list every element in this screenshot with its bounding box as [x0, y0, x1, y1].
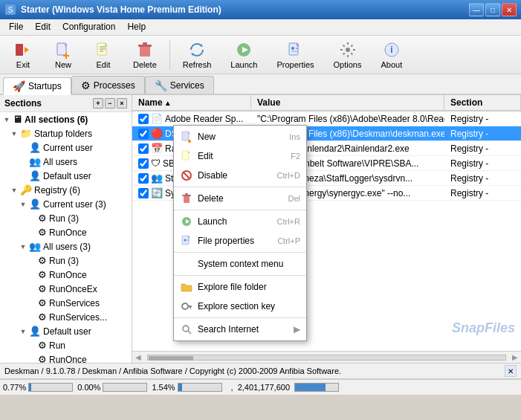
collapse-all-btn[interactable]: − — [105, 98, 115, 109]
sidebar-item-all-sections[interactable]: ▼ 🖥 All sections (6) — [0, 112, 132, 126]
sidebar-item-runonce2[interactable]: ⚙ RunOnce — [0, 268, 132, 282]
ctx-explore-key-item[interactable]: Explore section key — [174, 297, 306, 316]
ctx-launch-shortcut: Ctrl+R — [277, 217, 300, 226]
ctx-separator-2 — [174, 210, 306, 210]
all-sections-label: All sections (6) — [25, 114, 88, 125]
ctx-fileprops-item[interactable]: File properties Ctrl+P — [174, 231, 306, 251]
ctx-edit-item[interactable]: Edit F2 — [174, 146, 306, 166]
progress-bar-3 — [178, 383, 222, 392]
svg-rect-2 — [16, 44, 23, 56]
sidebar-item-default-runonce[interactable]: ⚙ RunOnce — [0, 352, 132, 363]
edit-icon — [94, 41, 112, 59]
row-checkbox[interactable] — [138, 129, 149, 139]
row-section: Registry - — [444, 141, 521, 155]
launch-label: Launch — [230, 60, 257, 69]
exit-label: Exit — [16, 60, 30, 69]
th-value[interactable]: Value — [251, 95, 444, 110]
sidebar-close-btn[interactable]: × — [117, 98, 127, 109]
rai-icon: 📅 — [151, 143, 163, 154]
row-checkbox[interactable] — [138, 188, 149, 198]
progress-fill-1 — [29, 384, 31, 391]
sidebar-item-default-user-startup[interactable]: 👤 Default user — [0, 169, 132, 183]
sidebar-item-runservices2[interactable]: ⚙ RunServices... — [0, 310, 132, 324]
toolbar-sep-1 — [169, 40, 170, 70]
tab-services[interactable]: 🔧 Services — [145, 76, 214, 94]
ctx-search-item[interactable]: Search Internet ▶ — [174, 320, 306, 339]
startup-folder-icon: 📁 — [20, 128, 32, 139]
sidebar-item-startup-folders[interactable]: ▼ 📁 Startup folders — [0, 126, 132, 140]
sort-arrow-icon: ▲ — [164, 99, 172, 107]
sidebar-item-all-users-startup[interactable]: 👥 All users — [0, 155, 132, 169]
horizontal-scrollbar[interactable]: ◀ ▶ — [132, 351, 521, 363]
menu-file[interactable]: File — [3, 21, 29, 33]
ctx-separator-4 — [174, 275, 306, 276]
ctx-new-item[interactable]: New Ins — [174, 127, 306, 146]
ctx-explore-folder-item[interactable]: Explore file folder — [174, 277, 306, 297]
sidebar-item-default-reg[interactable]: ▼ 👤 Default user — [0, 324, 132, 338]
scroll-label: ◀ — [132, 353, 144, 361]
sidebar-item-default-run[interactable]: ⚙ Run — [0, 338, 132, 352]
sidebar-item-reg-run[interactable]: ⚙ Run (3) — [0, 211, 132, 225]
th-name[interactable]: Name ▲ — [132, 95, 251, 110]
sba-icon: 🛡 — [151, 158, 161, 169]
processes-tab-icon: ⚙ — [81, 80, 91, 91]
row-checkbox[interactable] — [138, 158, 149, 169]
ctx-syscontext-item[interactable]: System context menu — [174, 254, 306, 274]
tab-processes[interactable]: ⚙ Processes — [71, 76, 145, 94]
sidebar-item-reg-current[interactable]: ▼ 👤 Current user (3) — [0, 197, 132, 211]
ctx-delete-item[interactable]: Delete Del — [174, 189, 306, 208]
runonce-icon: ⚙ — [38, 269, 47, 280]
launch-button[interactable]: Launch — [222, 39, 265, 71]
about-button[interactable]: i About — [372, 39, 410, 71]
launch-icon — [235, 41, 253, 59]
new-button[interactable]: New — [45, 39, 82, 71]
menu-edit[interactable]: Edit — [29, 21, 56, 33]
sidebar-item-reg-runonce[interactable]: ⚙ RunOnce — [0, 225, 132, 239]
sidebar-item-registry[interactable]: ▼ 🔑 Registry (6) — [0, 183, 132, 197]
th-section-label: Section — [450, 97, 482, 108]
about-label: About — [381, 60, 402, 69]
scroll-track[interactable] — [147, 355, 506, 361]
properties-button[interactable]: Properties — [268, 39, 322, 71]
options-button[interactable]: Options — [326, 39, 370, 71]
ctx-launch-item[interactable]: Launch Ctrl+R — [174, 212, 306, 231]
ctx-launch-icon — [180, 215, 193, 228]
edit-button[interactable]: Edit — [85, 39, 122, 71]
expand-icon: ▼ — [3, 116, 10, 123]
processes-tab-label: Processes — [94, 80, 135, 91]
table-row: 📄 Adobe Reader Sp... "C:\Program Files (… — [132, 112, 521, 126]
sidebar-item-current-user-startup[interactable]: 👤 Current user — [0, 140, 132, 155]
row-checkbox[interactable] — [138, 114, 149, 124]
row-checkbox[interactable] — [138, 143, 149, 154]
ctx-fileprops-shortcut: Ctrl+P — [277, 236, 300, 245]
close-button[interactable]: ✕ — [502, 3, 517, 16]
sidebar-item-runoncex[interactable]: ⚙ RunOnceEx — [0, 282, 132, 296]
allusers-run-label: Run (3) — [49, 256, 79, 266]
maximize-button[interactable]: □ — [485, 3, 500, 16]
menu-configuration[interactable]: Configuration — [56, 21, 121, 33]
scroll-thumb[interactable] — [149, 356, 193, 361]
expand-all-btn[interactable]: + — [93, 98, 103, 109]
delete-button[interactable]: Delete — [125, 39, 165, 71]
context-menu: New Ins Edit F2 Disable Ctrl+D — [173, 125, 307, 341]
exit-button[interactable]: Exit — [4, 39, 42, 71]
sidebar-item-runservices[interactable]: ⚙ RunServices — [0, 296, 132, 310]
sidebar-item-reg-allusers[interactable]: ▼ 👥 All users (3) — [0, 239, 132, 253]
row-checkbox[interactable] — [138, 173, 149, 184]
menu-help[interactable]: Help — [121, 21, 152, 33]
expand-icon: ▼ — [19, 201, 27, 208]
row-section: Registry - — [444, 156, 521, 170]
th-value-label: Value — [257, 97, 280, 108]
th-section[interactable]: Section — [444, 95, 521, 110]
ctx-launch-label: Launch — [198, 216, 273, 227]
tab-startups[interactable]: 🚀 Startups — [3, 77, 71, 95]
status-close-btn[interactable]: ✕ — [505, 365, 517, 377]
ctx-disable-icon — [180, 169, 193, 182]
runservices-label: RunServices — [49, 298, 100, 308]
expand-icon: ▼ — [10, 187, 18, 194]
ctx-disable-item[interactable]: Disable Ctrl+D — [174, 166, 306, 185]
sidebar-item-reg-allusers-run[interactable]: ⚙ Run (3) — [0, 253, 132, 268]
runonce2-label: RunOnce — [49, 270, 87, 280]
minimize-button[interactable]: — — [469, 3, 484, 16]
refresh-button[interactable]: Refresh — [175, 39, 220, 71]
